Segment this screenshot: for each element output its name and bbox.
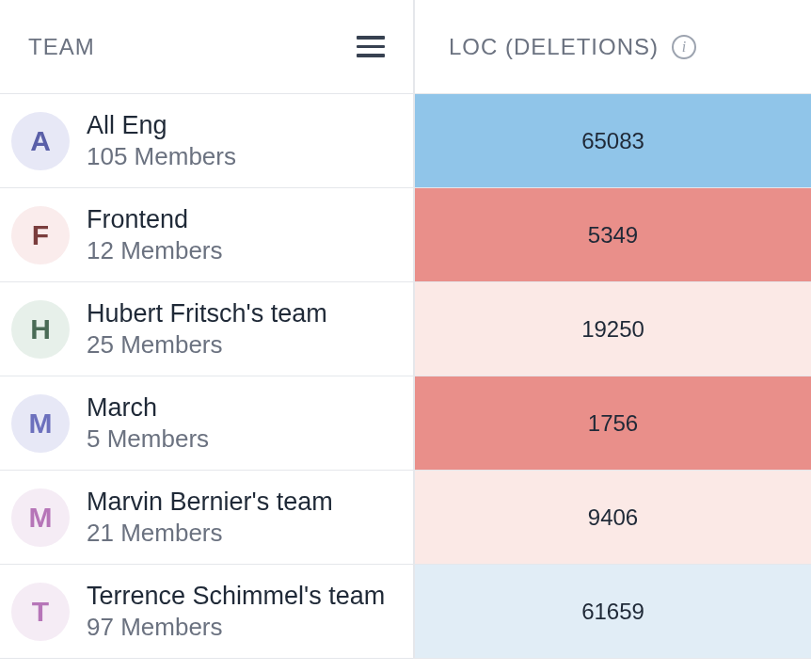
team-members: 25 Members — [87, 330, 327, 360]
avatar: F — [11, 206, 70, 264]
table-row[interactable]: HHubert Fritsch's team25 Members19250 — [0, 282, 811, 376]
table-row[interactable]: AAll Eng105 Members65083 — [0, 94, 811, 188]
team-name: Terrence Schimmel's team — [87, 582, 385, 611]
team-info: Terrence Schimmel's team97 Members — [87, 582, 385, 642]
table-row[interactable]: MMarch5 Members1756 — [0, 376, 811, 471]
loc-cell: 19250 — [415, 282, 811, 376]
loc-cell: 9406 — [415, 471, 811, 564]
header-loc-cell[interactable]: LOC (DELETIONS) i — [415, 0, 811, 93]
info-icon[interactable]: i — [672, 35, 696, 59]
team-cell[interactable]: FFrontend12 Members — [0, 188, 415, 281]
team-cell[interactable]: HHubert Fritsch's team25 Members — [0, 282, 415, 376]
team-cell[interactable]: MMarvin Bernier's team21 Members — [0, 471, 415, 564]
avatar: A — [11, 112, 70, 170]
avatar: M — [11, 394, 70, 453]
table-row[interactable]: FFrontend12 Members5349 — [0, 188, 811, 282]
team-name: All Eng — [87, 111, 236, 140]
team-info: All Eng105 Members — [87, 111, 236, 171]
team-name: Hubert Fritsch's team — [87, 299, 327, 328]
team-members: 21 Members — [87, 519, 333, 548]
menu-icon[interactable] — [357, 36, 385, 57]
team-members: 105 Members — [87, 142, 236, 171]
team-info: March5 Members — [87, 393, 209, 454]
team-name: March — [87, 393, 209, 423]
table-header: TEAM LOC (DELETIONS) i — [0, 0, 811, 94]
loc-cell: 65083 — [415, 94, 811, 187]
avatar: H — [11, 300, 70, 359]
table-row[interactable]: TTerrence Schimmel's team97 Members61659 — [0, 565, 811, 659]
table-body: AAll Eng105 Members65083FFrontend12 Memb… — [0, 94, 811, 659]
team-cell[interactable]: MMarch5 Members — [0, 376, 415, 470]
team-name: Frontend — [87, 205, 223, 234]
header-loc-label: LOC (DELETIONS) — [449, 34, 659, 60]
avatar: T — [11, 583, 70, 641]
team-info: Hubert Fritsch's team25 Members — [87, 299, 327, 360]
header-team-cell[interactable]: TEAM — [0, 0, 415, 93]
team-members: 97 Members — [87, 613, 385, 642]
avatar: M — [11, 488, 70, 547]
table-row[interactable]: MMarvin Bernier's team21 Members9406 — [0, 471, 811, 565]
team-cell[interactable]: TTerrence Schimmel's team97 Members — [0, 565, 415, 658]
header-team-label: TEAM — [28, 34, 95, 60]
team-info: Marvin Bernier's team21 Members — [87, 488, 333, 548]
teams-table: TEAM LOC (DELETIONS) i AAll Eng105 Membe… — [0, 0, 811, 659]
team-members: 12 Members — [87, 236, 223, 265]
loc-cell: 61659 — [415, 565, 811, 658]
loc-cell: 1756 — [415, 376, 811, 470]
team-name: Marvin Bernier's team — [87, 488, 333, 517]
team-cell[interactable]: AAll Eng105 Members — [0, 94, 415, 187]
team-members: 5 Members — [87, 424, 209, 454]
loc-cell: 5349 — [415, 188, 811, 281]
team-info: Frontend12 Members — [87, 205, 223, 265]
